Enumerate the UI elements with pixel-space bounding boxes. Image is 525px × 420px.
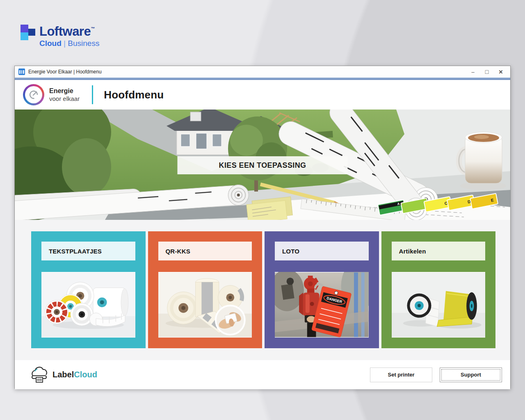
- trademark-symbol: ™: [91, 26, 95, 31]
- loftware-logo-text: Loftware™ Cloud | Business: [39, 22, 99, 48]
- brand-name: Loftware: [39, 24, 91, 39]
- card-loto-label: LOTO: [275, 242, 369, 260]
- card-tekstplaatjes-photo: [41, 272, 135, 338]
- set-printer-button[interactable]: Set printer: [370, 368, 432, 382]
- minimize-button[interactable]: –: [466, 67, 480, 77]
- brand-product: Cloud: [39, 39, 62, 48]
- loftware-edition: Cloud | Business: [39, 39, 99, 48]
- labelcloud-cloud-part: Cloud: [74, 370, 97, 379]
- labelcloud-wordmark: LabelCloud: [52, 370, 97, 379]
- card-artikelen[interactable]: Artikelen: [381, 231, 496, 348]
- window-titlebar[interactable]: Energie Voor Elkaar | Hoofdmenu – □ ✕: [15, 66, 510, 78]
- card-qr-kks-photo: [158, 272, 252, 338]
- app-tiles: TEKSTPLAATJES: [15, 220, 510, 360]
- logo-square-navy: [28, 29, 35, 36]
- energie-logo-text: Energie voor elkaar: [49, 87, 80, 102]
- card-artikelen-label: Artikelen: [392, 242, 486, 260]
- loftware-logo-mark-icon: [21, 25, 35, 42]
- gauge-icon: [28, 89, 39, 100]
- desktop-background: Loftware™ Cloud | Business Energie Voor …: [0, 0, 525, 420]
- card-qr-kks[interactable]: QR-KKS: [148, 231, 262, 348]
- app-header: Energie voor elkaar Hoofdmenu: [15, 80, 510, 110]
- brand-separator: |: [62, 39, 68, 48]
- window-app-icon: [18, 68, 25, 75]
- label-rolls-photo: [41, 272, 135, 338]
- lockout-tagout-photo: DANGER: [275, 272, 369, 338]
- energie-logo-ring: [23, 84, 44, 105]
- energie-line2: voor elkaar: [49, 95, 80, 102]
- card-loto-photo: DANGER: [275, 272, 369, 338]
- hero-banner: KIES EEN TOEPASSING: [178, 156, 348, 174]
- brand-edition: Business: [68, 39, 99, 48]
- logo-square-cyan: [21, 32, 28, 40]
- logo-square-purple: [21, 25, 28, 32]
- card-tekstplaatjes-label: TEKSTPLAATJES: [41, 242, 135, 260]
- window-title: Energie Voor Elkaar | Hoofdmenu: [28, 69, 102, 75]
- support-button[interactable]: Support: [440, 368, 502, 382]
- energie-logo-inner: [25, 86, 42, 103]
- loftware-name: Loftware™: [39, 22, 99, 38]
- maximize-button[interactable]: □: [480, 67, 494, 77]
- labelcloud-cloud-icon: [30, 367, 49, 383]
- card-loto[interactable]: LOTO: [265, 231, 379, 348]
- labelcloud-label-part: Label: [52, 370, 74, 379]
- energie-line1: Energie: [49, 87, 80, 95]
- cream-label-rolls-photo: [158, 272, 252, 338]
- card-qr-kks-label: QR-KKS: [158, 242, 252, 260]
- two-rolls-photo: [392, 272, 486, 338]
- header-divider: [92, 85, 93, 104]
- window-controls: – □ ✕: [466, 67, 508, 77]
- labelcloud-logo: LabelCloud: [30, 367, 97, 383]
- card-artikelen-photo: [392, 272, 486, 338]
- close-button[interactable]: ✕: [494, 67, 508, 77]
- card-tekstplaatjes[interactable]: TEKSTPLAATJES: [31, 231, 146, 348]
- app-window: Energie Voor Elkaar | Hoofdmenu – □ ✕ En…: [14, 66, 511, 389]
- footer-buttons: Set printer Support: [370, 368, 502, 382]
- hero-image: A C D E: [15, 110, 510, 220]
- loftware-logo: Loftware™ Cloud | Business: [21, 22, 99, 48]
- window-footer: LabelCloud Set printer Support: [15, 360, 510, 389]
- page-title: Hoofdmenu: [104, 89, 164, 101]
